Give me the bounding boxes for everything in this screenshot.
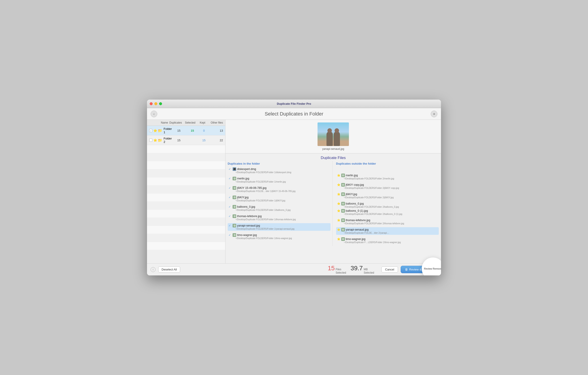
star-icon: ⭐ <box>337 209 340 212</box>
file-thumbnail: 🖼 <box>341 228 345 232</box>
file-thumbnail: 🖼 <box>233 196 236 199</box>
files-selected-stat: 15 Files Selected <box>328 265 346 274</box>
dup-item[interactable]: ⭐ 🖼 thomas-lefebvre.jpg ~/Desktop/Duplic… <box>336 218 439 225</box>
info-button[interactable]: i <box>151 267 156 272</box>
folder-icon: 📁 <box>158 138 162 143</box>
check-icon: ✓ <box>229 167 232 171</box>
empty-row <box>147 145 225 153</box>
dup-filename: merlin.jpg <box>346 174 358 177</box>
check-icon: ✓ <box>229 233 232 237</box>
star-icon: ⭐ <box>337 238 340 241</box>
col-dupes-header: Duplicates <box>168 121 183 124</box>
file-thumbnail: 🖼 <box>233 186 236 190</box>
col-kept-header: Kept <box>197 121 208 124</box>
file-thumbnail: 🖼 <box>341 209 345 213</box>
window-title: Duplicate File Finder Pro <box>277 102 311 105</box>
dup-filename: merlin.jpg <box>237 177 249 180</box>
file-thumbnail: 🖼 <box>341 202 345 205</box>
dup-item[interactable]: ✓ 🖼 balloons_0.jpg ~/Desktop/Duplicate F… <box>228 204 331 212</box>
dup-item[interactable]: ✓ 🖼 j6iKIY 15-49-06-785.jpg ~/Desktop/Du… <box>228 186 331 193</box>
empty-row <box>147 218 225 226</box>
dup-item[interactable]: ⭐ 🖼 j6iKIY.jpg ~/Desktop/Duplicate FOLDE… <box>336 192 439 199</box>
duplicates-section: Duplicate Files Duplicates in the folder… <box>225 154 441 263</box>
traffic-lights <box>150 102 162 105</box>
duplicates-title: Duplicate Files <box>228 154 439 161</box>
preview-filename: yanapi-senaud.jpg <box>322 147 344 151</box>
minimize-button[interactable] <box>154 102 157 105</box>
star-icon: ⭐ <box>337 219 340 222</box>
mb-selected-count: 39.7 <box>350 265 363 272</box>
dup-filename: balloons_0.jpg <box>346 202 364 205</box>
check-icon: ✓ <box>229 186 232 189</box>
col-name-header: Name <box>149 121 168 124</box>
left-panel: Name Duplicates Selected Kept Other file… <box>147 120 225 263</box>
mb-selected-stat: 39.7 MB Selected <box>350 265 374 274</box>
empty-row <box>147 202 225 210</box>
dup-path: ~/Desktop/Duplicate FOLDERS/Folder 1/mer… <box>229 181 330 183</box>
right-panel: yanapi-senaud.jpg Duplicate Files Duplic… <box>225 120 441 263</box>
cancel-button[interactable]: Cancel <box>381 266 398 273</box>
empty-row <box>147 169 225 177</box>
dup-item[interactable]: ⭐ 🖼 merlin.jpg ~/Desktop/Duplicate FOLDE… <box>336 173 439 181</box>
folder-selected: 15 <box>186 129 199 132</box>
dup-filename: timo-wagner.jpg <box>346 238 366 241</box>
star-icon: ⭐ <box>337 183 340 186</box>
titlebar: Duplicate File Finder Pro <box>147 99 441 108</box>
info-icon: i <box>153 268 154 271</box>
star-icon: ⭐ <box>337 202 340 205</box>
file-thumbnail: 🖼 <box>233 233 236 237</box>
main-window: Duplicate File Finder Pro ‹ Select Dupli… <box>147 99 441 276</box>
dup-item-highlighted[interactable]: ⭐ 🖼 yanapi-senaud.jpg ~/Desktop/Duplicat… <box>336 227 439 235</box>
dup-path: ~/Desktop/Duplicate FOLDERS/Folder 1/tim… <box>229 237 330 240</box>
folder-other: 22 <box>209 139 223 142</box>
dup-item[interactable]: ✓ 🖼 thomas-lefebvre.jpg ~/Desktop/Duplic… <box>228 214 331 221</box>
dup-item[interactable]: ⭐ 🖼 balloons_0.jpg ~/Desktop/Duplicate F… <box>336 201 439 216</box>
files-selected-count: 15 <box>328 265 335 272</box>
check-icon: ✓ <box>229 177 232 180</box>
folder-list: ✓ ⭐ 📁 Folder 1 15 15 0 13 ⭐ 📁 Folder 2 1… <box>147 126 225 263</box>
dup-item[interactable]: ✓ 🖼 merlin.jpg ~/Desktop/Duplicate FOLDE… <box>228 176 331 184</box>
empty-row <box>147 242 225 250</box>
dup-filename: j6iKIY.jpg <box>237 196 249 199</box>
dup-item[interactable]: ⭐ 🖼 timo-wagner.jpg ~/Desktop/Duplicate … <box>336 237 439 244</box>
dup-filename: balloons_0.jpg <box>237 205 255 208</box>
folder-checkbox[interactable] <box>149 139 152 142</box>
dup-path: ~/Desktop/Duplicate FOLDERS/Folder 2/mer… <box>337 177 438 180</box>
star-icon: ⭐ <box>337 174 340 177</box>
mb-selected-label: MB Selected <box>364 268 374 274</box>
page-title: Select Duplicates in Folder <box>265 111 323 117</box>
figure-right <box>334 132 340 146</box>
preview-section: yanapi-senaud.jpg <box>225 120 441 154</box>
dup-filename: j6iKIY 15-49-06-785.jpg <box>237 186 266 189</box>
dup-item[interactable]: ⭐ 🖼 j6iKIY copy.jpg ~/Desktop/Duplicate … <box>336 182 439 190</box>
dup-path: ~/Desktop/Duplicate FOLDE…lder 2/yanapi… <box>337 232 438 234</box>
duplicates-in-folder: Duplicates in the folder ✓ ⬛ diskexpert.… <box>228 161 333 246</box>
bottom-bar: i Deselect All 15 Files Selected 39.7 MB… <box>147 263 441 276</box>
dup-item[interactable]: ✓ 🖼 timo-wagner.jpg ~/Desktop/Duplicate … <box>228 232 331 240</box>
fullscreen-button[interactable] <box>159 102 162 105</box>
close-button[interactable] <box>150 102 153 105</box>
dup-filename: timo-wagner.jpg <box>237 233 257 237</box>
folder-row[interactable]: ⭐ 📁 Folder 2 15 15 22 <box>147 135 225 145</box>
dup-item-highlighted[interactable]: ✓ 🖼 yanapi-senaud.jpg ~/Desktop/Duplicat… <box>228 223 331 231</box>
file-thumbnail: 🖼 <box>233 177 236 180</box>
dup-filename: thomas-lefebvre.jpg <box>346 219 370 222</box>
table-header: Name Duplicates Selected Kept Other file… <box>147 120 225 126</box>
folder-checkbox[interactable]: ✓ <box>149 129 152 132</box>
dup-item[interactable]: ✓ 🖼 j6iKIY.jpg ~/Desktop/Duplicate FOLDE… <box>228 195 331 202</box>
dup-item[interactable]: ✓ ⬛ diskexpert.dmg ~/Desktop/Duplicate F… <box>228 167 331 174</box>
dup-path: ~/Desktop/Duplicate FOLDERS/Folder 2/j6i… <box>337 187 438 189</box>
deselect-all-button[interactable]: Deselect All <box>158 266 180 273</box>
menu-button[interactable]: ≡ <box>431 110 437 117</box>
empty-row <box>147 177 225 186</box>
empty-row <box>147 226 225 234</box>
check-icon: ✓ <box>229 205 232 208</box>
folder-row[interactable]: ✓ ⭐ 📁 Folder 1 15 15 0 13 <box>147 126 225 135</box>
back-button[interactable]: ‹ <box>151 110 157 117</box>
photo-figures <box>326 132 340 146</box>
dup-path: ~/Desktop/Duplicate FOLDERS/Folder 1/j6i… <box>229 199 330 202</box>
dup-path: ~/Desktop/Duplicate FOLDERS/Folder 1/dis… <box>229 171 330 174</box>
file-thumbnail: 🖼 <box>341 219 345 222</box>
folder-other: 13 <box>209 129 223 132</box>
dup-path: ~/Desktop/Duplicate FOLDERS/Folder 2/j6i… <box>337 196 438 199</box>
